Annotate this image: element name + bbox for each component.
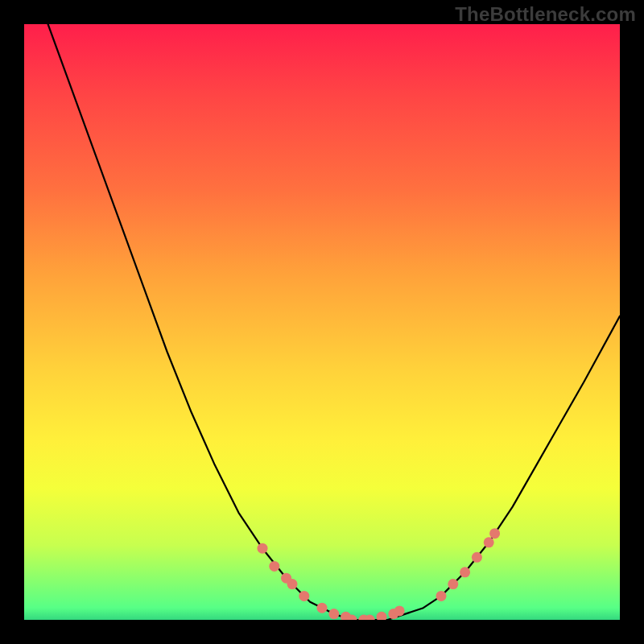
curve-marker: [377, 612, 387, 620]
curve-marker: [287, 579, 298, 589]
curve-marker: [317, 603, 328, 613]
curve-marker: [460, 567, 470, 577]
curve-marker: [472, 552, 482, 563]
curve-marker: [299, 591, 309, 601]
curve-marker: [448, 579, 458, 589]
curve-marker: [269, 561, 279, 572]
curve-marker: [258, 543, 268, 554]
curve-marker: [436, 591, 447, 601]
curve-marker: [394, 605, 405, 616]
curve-marker: [484, 537, 494, 547]
chart-frame: TheBottleneck.com: [0, 0, 644, 644]
curve-marker: [328, 609, 339, 619]
bottleneck-curve: [48, 24, 620, 620]
curve-marker: [489, 528, 500, 539]
curve-markers: [258, 528, 501, 620]
chart-overlay: [24, 24, 620, 620]
watermark-text: TheBottleneck.com: [455, 3, 636, 26]
